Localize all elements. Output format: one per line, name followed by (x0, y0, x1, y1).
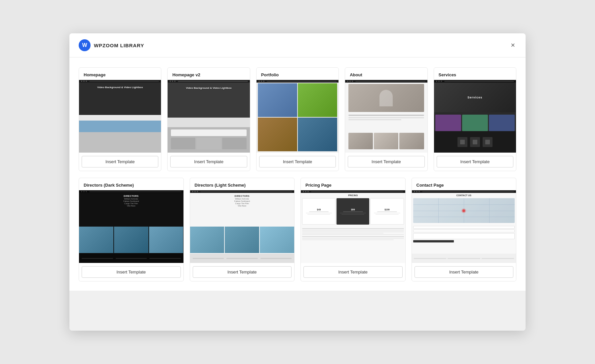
template-card-directors-light: Directors (Light Scheme) DIRECTORS Willi (190, 178, 295, 281)
template-card-pricing: Pricing Page PRICING (300, 178, 406, 281)
insert-template-directors-dark[interactable]: Insert Template (82, 266, 181, 278)
insert-template-portfolio[interactable]: Insert Template (259, 156, 336, 167)
insert-template-homepage-v2[interactable]: Insert Template (170, 156, 247, 167)
template-card-directors-dark: Directors (Dark Scheme) DIRECTORS Willia (79, 178, 184, 281)
template-label-services: Services (434, 68, 516, 80)
templates-row-2: Directors (Dark Scheme) DIRECTORS Willia (79, 178, 516, 281)
wpzoom-logo: W (79, 39, 91, 51)
template-preview-services: Services (434, 80, 516, 153)
template-card-homepage-v2: Homepage v2 Video Background & Video Lig… (167, 67, 250, 171)
insert-template-pricing[interactable]: Insert Template (303, 266, 403, 278)
insert-template-services[interactable]: Insert Template (437, 156, 513, 167)
template-preview-contact: CONTACT US (412, 190, 516, 263)
template-preview-directors-dark: DIRECTORS William Schmitz Fabian Ferdina… (79, 190, 183, 263)
template-card-contact: Contact Page CONTACT US (412, 178, 517, 281)
template-card-homepage: Homepage Video Background & Video Lightb… (79, 67, 161, 171)
template-label-pricing: Pricing Page (301, 178, 405, 190)
template-preview-homepage-v2: Video Background & Video Lightbox (168, 80, 250, 153)
modal-dialog: W WPZOOM LIBRARY × Homepage (69, 33, 526, 331)
template-label-contact: Contact Page (412, 178, 516, 190)
template-preview-homepage: Video Background & Video Lightbox (79, 80, 161, 153)
insert-template-homepage[interactable]: Insert Template (82, 156, 158, 167)
header-left: W WPZOOM LIBRARY (79, 39, 144, 51)
template-preview-directors-light: DIRECTORS William Schmitz Fabian Ferdina… (190, 190, 295, 263)
template-card-portfolio: Portfolio (256, 67, 339, 171)
templates-row-1: Homepage Video Background & Video Lightb… (79, 67, 516, 171)
template-label-homepage-v2: Homepage v2 (168, 68, 250, 80)
insert-template-contact[interactable]: Insert Template (415, 266, 514, 278)
template-label-directors-light: Directors (Light Scheme) (190, 178, 295, 190)
modal-header: W WPZOOM LIBRARY × (69, 33, 526, 57)
template-preview-portfolio (257, 80, 338, 153)
insert-template-about[interactable]: Insert Template (348, 156, 424, 167)
close-button[interactable]: × (509, 40, 516, 50)
template-card-about: About (345, 67, 427, 171)
template-label-homepage: Homepage (79, 68, 161, 80)
template-preview-pricing: PRICING $49 $99 (301, 190, 405, 263)
modal-body: Homepage Video Background & Video Lightb… (69, 57, 526, 291)
template-label-portfolio: Portfolio (257, 68, 338, 80)
template-label-about: About (345, 68, 427, 80)
insert-template-directors-light[interactable]: Insert Template (193, 266, 292, 278)
template-preview-about (345, 80, 427, 153)
template-label-directors-dark: Directors (Dark Scheme) (79, 178, 183, 190)
modal-title: WPZOOM LIBRARY (94, 43, 144, 48)
template-card-services: Services Services (434, 67, 516, 171)
